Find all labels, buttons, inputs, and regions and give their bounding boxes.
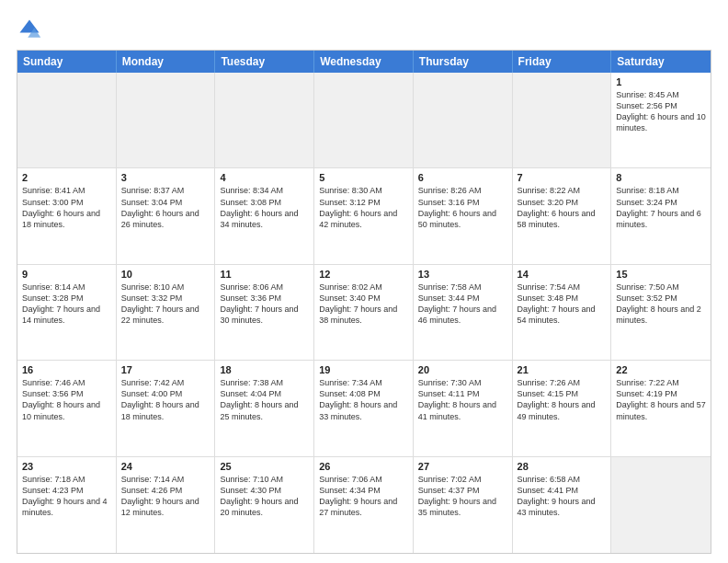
day-number: 19	[319, 364, 408, 375]
empty-cell	[414, 73, 513, 167]
day-content: Sunrise: 7:54 AM Sunset: 3:48 PM Dayligh…	[518, 282, 607, 327]
day-number: 22	[616, 364, 706, 375]
day-content: Sunrise: 7:38 AM Sunset: 4:04 PM Dayligh…	[220, 377, 309, 422]
day-number: 13	[418, 269, 507, 280]
day-number: 20	[418, 364, 507, 375]
day-number: 14	[518, 269, 607, 280]
day-cell-25: 25Sunrise: 7:10 AM Sunset: 4:30 PM Dayli…	[215, 457, 314, 553]
logo	[17, 17, 46, 42]
header-day-monday: Monday	[117, 51, 216, 73]
week-row-2: 9Sunrise: 8:14 AM Sunset: 3:28 PM Daylig…	[17, 265, 711, 361]
day-number: 8	[616, 172, 706, 183]
day-content: Sunrise: 8:22 AM Sunset: 3:20 PM Dayligh…	[518, 185, 607, 230]
header-day-sunday: Sunday	[17, 51, 117, 73]
header-day-thursday: Thursday	[414, 51, 513, 73]
day-content: Sunrise: 7:10 AM Sunset: 4:30 PM Dayligh…	[220, 474, 309, 519]
day-cell-2: 2Sunrise: 8:41 AM Sunset: 3:00 PM Daylig…	[17, 168, 117, 263]
day-number: 6	[418, 172, 507, 183]
day-number: 5	[319, 172, 408, 183]
day-number: 10	[121, 269, 210, 280]
day-cell-10: 10Sunrise: 8:10 AM Sunset: 3:32 PM Dayli…	[117, 265, 216, 360]
header-day-friday: Friday	[513, 51, 612, 73]
day-number: 25	[220, 461, 309, 472]
day-cell-16: 16Sunrise: 7:46 AM Sunset: 3:56 PM Dayli…	[17, 361, 117, 455]
day-content: Sunrise: 7:34 AM Sunset: 4:08 PM Dayligh…	[319, 377, 408, 422]
day-number: 17	[121, 364, 210, 375]
day-cell-8: 8Sunrise: 8:18 AM Sunset: 3:24 PM Daylig…	[611, 168, 711, 263]
day-content: Sunrise: 7:18 AM Sunset: 4:23 PM Dayligh…	[22, 474, 111, 519]
day-cell-3: 3Sunrise: 8:37 AM Sunset: 3:04 PM Daylig…	[117, 168, 216, 263]
page: SundayMondayTuesdayWednesdayThursdayFrid…	[0, 0, 728, 563]
day-number: 15	[616, 269, 706, 280]
day-cell-19: 19Sunrise: 7:34 AM Sunset: 4:08 PM Dayli…	[314, 361, 414, 455]
day-content: Sunrise: 7:50 AM Sunset: 3:52 PM Dayligh…	[616, 282, 706, 327]
day-content: Sunrise: 8:30 AM Sunset: 3:12 PM Dayligh…	[319, 185, 408, 230]
day-content: Sunrise: 7:22 AM Sunset: 4:19 PM Dayligh…	[616, 377, 706, 422]
empty-cell	[513, 73, 612, 167]
day-content: Sunrise: 7:06 AM Sunset: 4:34 PM Dayligh…	[319, 474, 408, 519]
calendar-body: 1Sunrise: 8:45 AM Sunset: 2:56 PM Daylig…	[17, 73, 711, 553]
empty-cell	[314, 73, 414, 167]
day-cell-17: 17Sunrise: 7:42 AM Sunset: 4:00 PM Dayli…	[117, 361, 216, 455]
day-number: 24	[121, 461, 210, 472]
day-content: Sunrise: 7:46 AM Sunset: 3:56 PM Dayligh…	[22, 377, 111, 422]
day-number: 11	[220, 269, 309, 280]
day-cell-27: 27Sunrise: 7:02 AM Sunset: 4:37 PM Dayli…	[414, 457, 513, 553]
day-cell-15: 15Sunrise: 7:50 AM Sunset: 3:52 PM Dayli…	[611, 265, 711, 360]
day-content: Sunrise: 8:02 AM Sunset: 3:40 PM Dayligh…	[319, 282, 408, 327]
day-cell-21: 21Sunrise: 7:26 AM Sunset: 4:15 PM Dayli…	[513, 361, 612, 455]
day-content: Sunrise: 8:37 AM Sunset: 3:04 PM Dayligh…	[121, 185, 210, 230]
week-row-0: 1Sunrise: 8:45 AM Sunset: 2:56 PM Daylig…	[17, 73, 711, 168]
day-content: Sunrise: 8:14 AM Sunset: 3:28 PM Dayligh…	[22, 282, 111, 327]
day-number: 7	[518, 172, 607, 183]
day-number: 18	[220, 364, 309, 375]
day-number: 23	[22, 461, 111, 472]
day-cell-5: 5Sunrise: 8:30 AM Sunset: 3:12 PM Daylig…	[314, 168, 414, 263]
day-number: 1	[616, 76, 706, 87]
day-cell-1: 1Sunrise: 8:45 AM Sunset: 2:56 PM Daylig…	[611, 73, 711, 167]
day-cell-24: 24Sunrise: 7:14 AM Sunset: 4:26 PM Dayli…	[117, 457, 216, 553]
day-cell-20: 20Sunrise: 7:30 AM Sunset: 4:11 PM Dayli…	[414, 361, 513, 455]
day-number: 2	[22, 172, 111, 183]
day-number: 3	[121, 172, 210, 183]
empty-cell	[117, 73, 216, 167]
day-cell-22: 22Sunrise: 7:22 AM Sunset: 4:19 PM Dayli…	[611, 361, 711, 455]
day-content: Sunrise: 8:10 AM Sunset: 3:32 PM Dayligh…	[121, 282, 210, 327]
day-content: Sunrise: 7:42 AM Sunset: 4:00 PM Dayligh…	[121, 377, 210, 422]
week-row-4: 23Sunrise: 7:18 AM Sunset: 4:23 PM Dayli…	[17, 457, 711, 553]
day-content: Sunrise: 8:06 AM Sunset: 3:36 PM Dayligh…	[220, 282, 309, 327]
empty-cell	[611, 457, 711, 553]
day-content: Sunrise: 7:02 AM Sunset: 4:37 PM Dayligh…	[418, 474, 507, 519]
day-number: 9	[22, 269, 111, 280]
day-cell-26: 26Sunrise: 7:06 AM Sunset: 4:34 PM Dayli…	[314, 457, 414, 553]
week-row-3: 16Sunrise: 7:46 AM Sunset: 3:56 PM Dayli…	[17, 361, 711, 456]
header-day-saturday: Saturday	[611, 51, 711, 73]
week-row-1: 2Sunrise: 8:41 AM Sunset: 3:00 PM Daylig…	[17, 168, 711, 264]
day-content: Sunrise: 8:26 AM Sunset: 3:16 PM Dayligh…	[418, 185, 507, 230]
day-number: 27	[418, 461, 507, 472]
day-number: 12	[319, 269, 408, 280]
day-number: 16	[22, 364, 111, 375]
day-content: Sunrise: 8:34 AM Sunset: 3:08 PM Dayligh…	[220, 185, 309, 230]
day-content: Sunrise: 8:41 AM Sunset: 3:00 PM Dayligh…	[22, 185, 111, 230]
day-content: Sunrise: 7:26 AM Sunset: 4:15 PM Dayligh…	[518, 377, 607, 422]
empty-cell	[215, 73, 314, 167]
day-content: Sunrise: 6:58 AM Sunset: 4:41 PM Dayligh…	[518, 474, 607, 519]
day-content: Sunrise: 8:45 AM Sunset: 2:56 PM Dayligh…	[616, 89, 706, 134]
empty-cell	[17, 73, 117, 167]
day-content: Sunrise: 7:14 AM Sunset: 4:26 PM Dayligh…	[121, 474, 210, 519]
day-cell-13: 13Sunrise: 7:58 AM Sunset: 3:44 PM Dayli…	[414, 265, 513, 360]
logo-icon	[17, 17, 42, 42]
header-day-tuesday: Tuesday	[215, 51, 314, 73]
day-cell-12: 12Sunrise: 8:02 AM Sunset: 3:40 PM Dayli…	[314, 265, 414, 360]
header-day-wednesday: Wednesday	[314, 51, 414, 73]
day-cell-11: 11Sunrise: 8:06 AM Sunset: 3:36 PM Dayli…	[215, 265, 314, 360]
day-number: 21	[518, 364, 607, 375]
day-cell-7: 7Sunrise: 8:22 AM Sunset: 3:20 PM Daylig…	[513, 168, 612, 263]
day-content: Sunrise: 7:30 AM Sunset: 4:11 PM Dayligh…	[418, 377, 507, 422]
day-content: Sunrise: 8:18 AM Sunset: 3:24 PM Dayligh…	[616, 185, 706, 230]
day-number: 28	[518, 461, 607, 472]
calendar: SundayMondayTuesdayWednesdayThursdayFrid…	[17, 50, 711, 554]
day-cell-28: 28Sunrise: 6:58 AM Sunset: 4:41 PM Dayli…	[513, 457, 612, 553]
day-cell-23: 23Sunrise: 7:18 AM Sunset: 4:23 PM Dayli…	[17, 457, 117, 553]
